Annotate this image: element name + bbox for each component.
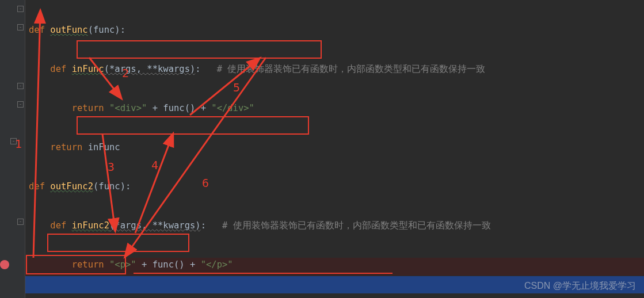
- params: (func):: [88, 25, 125, 35]
- expr: + func() +: [136, 259, 201, 270]
- fold-icon[interactable]: -: [10, 138, 17, 144]
- keyword: return: [72, 103, 109, 113]
- fold-icon[interactable]: -: [17, 83, 24, 89]
- comment: # 使用装饰器装饰已有函数时，内部函数类型和已有函数保持一致: [206, 220, 491, 231]
- keyword: return: [50, 142, 87, 152]
- expr: + func() +: [147, 103, 211, 113]
- colon: :: [195, 64, 200, 74]
- breakpoint-icon[interactable]: [0, 260, 9, 269]
- params: (*args, **kwargs): [104, 64, 196, 74]
- keyword: def: [50, 220, 71, 231]
- keyword: def: [29, 25, 50, 35]
- string: "<div>": [109, 103, 147, 113]
- func-name: inFunc: [72, 64, 104, 74]
- fold-icon[interactable]: -: [17, 219, 24, 225]
- code-area[interactable]: def outFunc(func): def inFunc(*args, **k…: [29, 0, 644, 298]
- func-name: outFunc2: [50, 181, 93, 192]
- fold-icon[interactable]: -: [17, 101, 24, 108]
- watermark: CSDN @学无止境我爱学习: [524, 280, 636, 292]
- keyword: def: [50, 64, 71, 74]
- fold-icon[interactable]: -: [17, 24, 24, 30]
- keyword: def: [29, 181, 50, 192]
- comment: # 使用装饰器装饰已有函数时，内部函数类型和已有函数保持一致: [201, 64, 486, 74]
- func-name: outFunc: [50, 25, 87, 35]
- gutter: - - - - - -: [0, 0, 25, 298]
- identifier: inFunc: [88, 142, 120, 152]
- params: (*args, **kwargs): [109, 220, 201, 231]
- keyword: return: [72, 259, 109, 270]
- string: "<p>": [109, 259, 136, 270]
- fold-icon[interactable]: -: [17, 6, 24, 12]
- params: (func):: [93, 181, 131, 192]
- func-name: inFunc2: [72, 220, 109, 231]
- colon: :: [201, 220, 206, 231]
- string: "</div>": [211, 103, 254, 113]
- highlight-underline: [134, 273, 393, 274]
- string: "</p>": [201, 259, 233, 270]
